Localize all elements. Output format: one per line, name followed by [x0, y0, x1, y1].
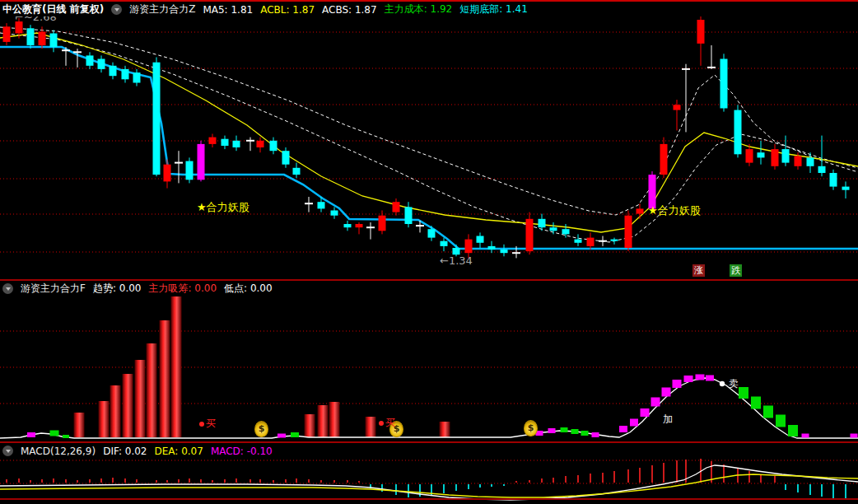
- buy-dot-icon: [199, 422, 204, 427]
- accumulation-value: 主力吸筹: 0.00: [148, 282, 217, 296]
- indicator-name: MACD(12,26,9): [21, 446, 96, 457]
- panel-separator-1[interactable]: [0, 279, 858, 281]
- low-price-label: ←1.34: [440, 255, 473, 266]
- stock-title: 中公教育(日线 前复权): [2, 2, 104, 16]
- dea-value: DEA: 0.07: [154, 446, 203, 457]
- acbs-value: ACBS: 1.87: [322, 4, 377, 16]
- short-bottom-value: 短期底部: 1.41: [459, 2, 528, 16]
- dif-value: DIF: 0.02: [103, 446, 147, 457]
- panel-separator-2[interactable]: [0, 441, 858, 443]
- collapse-indicator-icon[interactable]: [111, 4, 122, 15]
- buy-dot-icon: [379, 421, 384, 426]
- sell-signal-label: 卖: [729, 377, 739, 391]
- buy-text: 买: [385, 416, 395, 430]
- window-bottom-border: [0, 498, 858, 500]
- monster-stock-star-label-2: ★合力妖股: [648, 205, 701, 216]
- chart-canvas: [0, 0, 858, 504]
- monster-stock-star-label-1: ★合力妖股: [197, 202, 249, 212]
- window-top-border: [0, 0, 858, 2]
- moneybag-icon: $: [524, 420, 538, 436]
- buy-signal-label: 买: [199, 417, 216, 431]
- collapse-indicator-icon[interactable]: [2, 283, 13, 294]
- macd-header: MACD(12,26,9) DIF: 0.02 DEA: 0.07 MACD: …: [0, 444, 858, 458]
- rise-tag[interactable]: 涨: [692, 264, 705, 277]
- low-point-value: 低点: 0.00: [224, 282, 273, 296]
- ma5-value: MA5: 1.81: [203, 4, 253, 16]
- trend-value: 趋势: 0.00: [93, 282, 142, 296]
- buy-signal-label: 买: [379, 416, 395, 430]
- trading-app-window: 中公教育(日线 前复权) 游资主力合力Z MA5: 1.81 ACBL: 1.8…: [0, 0, 858, 504]
- acbl-value: ACBL: 1.87: [260, 4, 315, 16]
- main-cost-value: 主力成本: 1.92: [385, 2, 453, 16]
- indicator-name: 游资主力合力Z: [129, 2, 195, 16]
- add-position-label: 加: [663, 413, 673, 427]
- buy-text: 买: [206, 417, 216, 431]
- macd-value: MACD: -0.10: [211, 446, 273, 457]
- sub-indicator-header: 游资主力合力F 趋势: 0.00 主力吸筹: 0.00 低点: 0.00: [0, 282, 858, 296]
- main-chart-header: 中公教育(日线 前复权) 游资主力合力Z MA5: 1.81 ACBL: 1.8…: [0, 2, 858, 16]
- indicator-name: 游资主力合力F: [21, 282, 86, 296]
- moneybag-icon: $: [254, 421, 268, 437]
- fall-tag[interactable]: 跌: [730, 264, 742, 277]
- collapse-indicator-icon[interactable]: [2, 446, 13, 456]
